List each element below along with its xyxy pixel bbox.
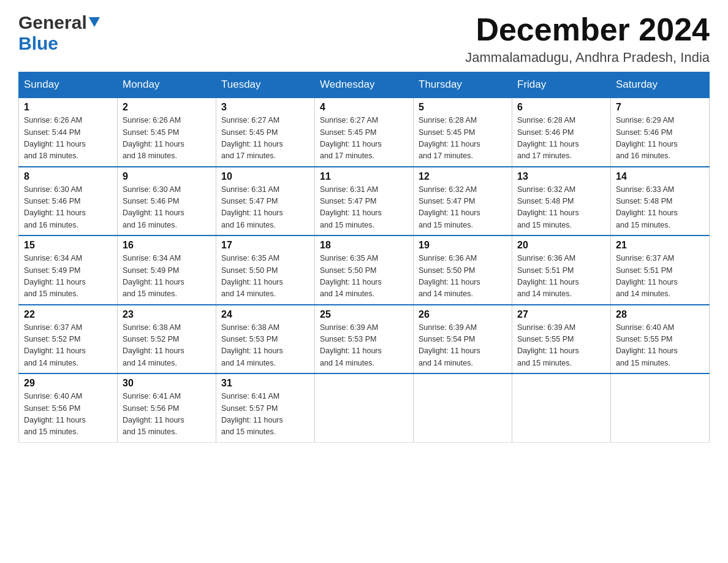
calendar-cell: 20Sunrise: 6:36 AMSunset: 5:51 PMDayligh… — [512, 236, 611, 305]
day-info: Sunrise: 6:39 AMSunset: 5:55 PMDaylight:… — [517, 322, 605, 370]
calendar-cell: 28Sunrise: 6:40 AMSunset: 5:55 PMDayligh… — [611, 305, 710, 374]
week-row-3: 15Sunrise: 6:34 AMSunset: 5:49 PMDayligh… — [19, 236, 710, 305]
day-info: Sunrise: 6:39 AMSunset: 5:53 PMDaylight:… — [320, 322, 408, 370]
day-number: 26 — [419, 309, 507, 320]
day-number: 4 — [320, 102, 408, 113]
day-info: Sunrise: 6:41 AMSunset: 5:56 PMDaylight:… — [123, 391, 211, 439]
day-info: Sunrise: 6:34 AMSunset: 5:49 PMDaylight:… — [24, 253, 112, 301]
day-number: 5 — [419, 102, 507, 113]
calendar-cell — [315, 373, 414, 442]
calendar-cell: 17Sunrise: 6:35 AMSunset: 5:50 PMDayligh… — [216, 236, 315, 305]
calendar-cell: 5Sunrise: 6:28 AMSunset: 5:45 PMDaylight… — [414, 98, 512, 167]
calendar-cell: 26Sunrise: 6:39 AMSunset: 5:54 PMDayligh… — [414, 305, 512, 374]
day-number: 10 — [221, 171, 309, 182]
day-info: Sunrise: 6:37 AMSunset: 5:52 PMDaylight:… — [24, 322, 112, 370]
calendar-cell: 25Sunrise: 6:39 AMSunset: 5:53 PMDayligh… — [315, 305, 414, 374]
day-info: Sunrise: 6:33 AMSunset: 5:48 PMDaylight:… — [616, 184, 704, 232]
day-info: Sunrise: 6:27 AMSunset: 5:45 PMDaylight:… — [320, 115, 408, 163]
day-number: 6 — [517, 102, 605, 113]
day-info: Sunrise: 6:37 AMSunset: 5:51 PMDaylight:… — [616, 253, 704, 301]
week-row-2: 8Sunrise: 6:30 AMSunset: 5:46 PMDaylight… — [19, 167, 710, 236]
day-number: 7 — [616, 102, 704, 113]
day-number: 23 — [123, 309, 211, 320]
header-monday: Monday — [118, 72, 216, 98]
day-info: Sunrise: 6:32 AMSunset: 5:48 PMDaylight:… — [517, 184, 605, 232]
calendar-cell: 11Sunrise: 6:31 AMSunset: 5:47 PMDayligh… — [315, 167, 414, 236]
day-info: Sunrise: 6:41 AMSunset: 5:57 PMDaylight:… — [221, 391, 309, 439]
location-title: Jammalamadugu, Andhra Pradesh, India — [465, 50, 710, 66]
header-sunday: Sunday — [19, 72, 118, 98]
calendar-cell: 12Sunrise: 6:32 AMSunset: 5:47 PMDayligh… — [414, 167, 512, 236]
day-info: Sunrise: 6:28 AMSunset: 5:45 PMDaylight:… — [419, 115, 507, 163]
day-info: Sunrise: 6:39 AMSunset: 5:54 PMDaylight:… — [419, 322, 507, 370]
header-row: SundayMondayTuesdayWednesdayThursdayFrid… — [19, 72, 710, 98]
header-wednesday: Wednesday — [315, 72, 414, 98]
day-info: Sunrise: 6:38 AMSunset: 5:53 PMDaylight:… — [221, 322, 309, 370]
day-number: 1 — [24, 102, 112, 113]
day-info: Sunrise: 6:40 AMSunset: 5:55 PMDaylight:… — [616, 322, 704, 370]
day-info: Sunrise: 6:31 AMSunset: 5:47 PMDaylight:… — [221, 184, 309, 232]
day-number: 20 — [517, 240, 605, 251]
calendar-cell — [512, 373, 611, 442]
calendar-cell: 24Sunrise: 6:38 AMSunset: 5:53 PMDayligh… — [216, 305, 315, 374]
day-info: Sunrise: 6:26 AMSunset: 5:44 PMDaylight:… — [24, 115, 112, 163]
calendar-cell: 9Sunrise: 6:30 AMSunset: 5:46 PMDaylight… — [118, 167, 216, 236]
day-number: 29 — [24, 378, 112, 389]
day-number: 21 — [616, 240, 704, 251]
calendar-body: 1Sunrise: 6:26 AMSunset: 5:44 PMDaylight… — [19, 98, 710, 442]
svg-marker-0 — [89, 17, 100, 27]
day-number: 30 — [123, 378, 211, 389]
day-info: Sunrise: 6:34 AMSunset: 5:49 PMDaylight:… — [123, 253, 211, 301]
calendar-cell: 8Sunrise: 6:30 AMSunset: 5:46 PMDaylight… — [19, 167, 118, 236]
logo-general: General — [18, 12, 87, 33]
day-info: Sunrise: 6:36 AMSunset: 5:51 PMDaylight:… — [517, 253, 605, 301]
calendar-cell: 29Sunrise: 6:40 AMSunset: 5:56 PMDayligh… — [19, 373, 118, 442]
month-title: December 2024 — [465, 12, 710, 47]
day-info: Sunrise: 6:35 AMSunset: 5:50 PMDaylight:… — [320, 253, 408, 301]
calendar-cell — [414, 373, 512, 442]
calendar-cell: 2Sunrise: 6:26 AMSunset: 5:45 PMDaylight… — [118, 98, 216, 167]
calendar-cell: 22Sunrise: 6:37 AMSunset: 5:52 PMDayligh… — [19, 305, 118, 374]
calendar-cell: 21Sunrise: 6:37 AMSunset: 5:51 PMDayligh… — [611, 236, 710, 305]
week-row-1: 1Sunrise: 6:26 AMSunset: 5:44 PMDaylight… — [19, 98, 710, 167]
day-number: 15 — [24, 240, 112, 251]
day-number: 17 — [221, 240, 309, 251]
calendar-cell: 3Sunrise: 6:27 AMSunset: 5:45 PMDaylight… — [216, 98, 315, 167]
day-number: 13 — [517, 171, 605, 182]
calendar-cell: 19Sunrise: 6:36 AMSunset: 5:50 PMDayligh… — [414, 236, 512, 305]
day-info: Sunrise: 6:40 AMSunset: 5:56 PMDaylight:… — [24, 391, 112, 439]
day-number: 19 — [419, 240, 507, 251]
day-number: 11 — [320, 171, 408, 182]
calendar-cell: 23Sunrise: 6:38 AMSunset: 5:52 PMDayligh… — [118, 305, 216, 374]
day-number: 14 — [616, 171, 704, 182]
day-number: 8 — [24, 171, 112, 182]
day-number: 2 — [123, 102, 211, 113]
calendar-cell: 7Sunrise: 6:29 AMSunset: 5:46 PMDaylight… — [611, 98, 710, 167]
day-number: 25 — [320, 309, 408, 320]
calendar-cell: 1Sunrise: 6:26 AMSunset: 5:44 PMDaylight… — [19, 98, 118, 167]
day-number: 18 — [320, 240, 408, 251]
day-info: Sunrise: 6:28 AMSunset: 5:46 PMDaylight:… — [517, 115, 605, 163]
day-info: Sunrise: 6:31 AMSunset: 5:47 PMDaylight:… — [320, 184, 408, 232]
day-number: 3 — [221, 102, 309, 113]
calendar-cell: 27Sunrise: 6:39 AMSunset: 5:55 PMDayligh… — [512, 305, 611, 374]
day-info: Sunrise: 6:32 AMSunset: 5:47 PMDaylight:… — [419, 184, 507, 232]
calendar-cell: 31Sunrise: 6:41 AMSunset: 5:57 PMDayligh… — [216, 373, 315, 442]
calendar-cell: 6Sunrise: 6:28 AMSunset: 5:46 PMDaylight… — [512, 98, 611, 167]
calendar-cell: 18Sunrise: 6:35 AMSunset: 5:50 PMDayligh… — [315, 236, 414, 305]
calendar-cell: 10Sunrise: 6:31 AMSunset: 5:47 PMDayligh… — [216, 167, 315, 236]
day-info: Sunrise: 6:27 AMSunset: 5:45 PMDaylight:… — [221, 115, 309, 163]
calendar-table: SundayMondayTuesdayWednesdayThursdayFrid… — [18, 72, 710, 443]
calendar-header: SundayMondayTuesdayWednesdayThursdayFrid… — [19, 72, 710, 98]
calendar-cell: 4Sunrise: 6:27 AMSunset: 5:45 PMDaylight… — [315, 98, 414, 167]
day-info: Sunrise: 6:26 AMSunset: 5:45 PMDaylight:… — [123, 115, 211, 163]
week-row-4: 22Sunrise: 6:37 AMSunset: 5:52 PMDayligh… — [19, 305, 710, 374]
day-info: Sunrise: 6:35 AMSunset: 5:50 PMDaylight:… — [221, 253, 309, 301]
header-thursday: Thursday — [414, 72, 512, 98]
day-info: Sunrise: 6:30 AMSunset: 5:46 PMDaylight:… — [123, 184, 211, 232]
title-area: December 2024 Jammalamadugu, Andhra Prad… — [465, 12, 710, 66]
page-header: General Blue December 2024 Jammalamadugu… — [18, 12, 710, 66]
day-info: Sunrise: 6:36 AMSunset: 5:50 PMDaylight:… — [419, 253, 507, 301]
day-number: 28 — [616, 309, 704, 320]
calendar-cell: 15Sunrise: 6:34 AMSunset: 5:49 PMDayligh… — [19, 236, 118, 305]
